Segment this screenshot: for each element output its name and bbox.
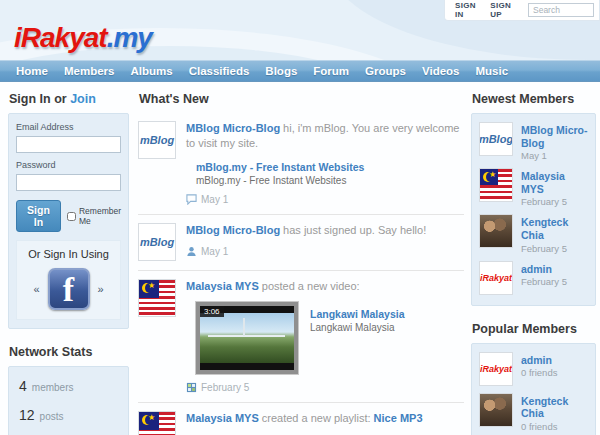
right-sidebar: Newest Members mBlog MBlog Micro-Blog Ma… <box>471 88 596 435</box>
social-icons-row: « f » <box>19 268 118 310</box>
avatar-photo[interactable] <box>479 214 513 248</box>
author-link[interactable]: Malaysia MYS <box>186 412 259 424</box>
nav-item-videos[interactable]: Videos <box>414 65 468 77</box>
nav-item-forum[interactable]: Forum <box>305 65 357 77</box>
avatar-malaysia-flag[interactable]: ★ <box>138 411 176 435</box>
avatar-mblog-text: mBlog <box>140 134 174 146</box>
remember-me[interactable]: Remember Me <box>67 206 121 226</box>
avatar-irakyat-text: iRakyat <box>480 364 512 374</box>
sign-up-link[interactable]: SIGN UP <box>490 1 518 19</box>
video-attachment: 3:06 Langkawi Malaysia Langkawi Malaysia <box>196 302 464 374</box>
stat-members: 4 members <box>19 378 121 394</box>
avatar-mblog[interactable]: mBlog <box>138 121 176 159</box>
sign-in-link[interactable]: SIGN IN <box>455 1 480 19</box>
signin-panel: Email Address Password Sign In Remember … <box>8 113 129 329</box>
search-input[interactable] <box>528 3 594 17</box>
member-name-link[interactable]: Malaysia MYS <box>521 170 588 195</box>
avatar-mblog[interactable]: mBlog <box>479 122 513 156</box>
nav-item-blogs[interactable]: Blogs <box>257 65 305 77</box>
avatar-mblog-text: mBlog <box>479 133 513 145</box>
next-arrow-icon[interactable]: » <box>98 283 104 295</box>
main-nav: Home Members Albums Classifieds Blogs Fo… <box>0 60 600 82</box>
stat-label: members <box>32 382 74 393</box>
member-sub: February 5 <box>521 196 588 207</box>
feed-entry-body: MBlog Micro-Bloghas just signed up. Say … <box>186 223 464 261</box>
video-duration-badge: 3:06 <box>200 306 224 317</box>
member-name-link[interactable]: admin <box>521 354 557 367</box>
avatar-malaysia-flag[interactable]: ★ <box>479 168 513 202</box>
shared-link-title[interactable]: mBlog.my - Free Instant Websites <box>196 161 464 173</box>
feed-entry: ★ Malaysia MYSposted a new video: 3:06 L… <box>138 271 464 403</box>
signin-panel-title: Sign In or Join <box>9 92 129 106</box>
feed-entry-line: MBlog Micro-Bloghi, i'm mBlog. You are v… <box>186 121 464 151</box>
newest-members-panel: mBlog MBlog Micro-Blog May 1 ★ Malaysia … <box>471 113 596 306</box>
member-meta: Malaysia MYS February 5 <box>521 168 588 207</box>
site-logo[interactable]: iRakyat.my <box>14 22 152 54</box>
person-icon <box>186 246 197 257</box>
avatar-malaysia-flag[interactable]: ★ <box>138 279 176 317</box>
feed-entry-body: Malaysia MYSposted a new video: 3:06 Lan… <box>186 279 464 393</box>
remember-me-label: Remember Me <box>79 206 121 226</box>
member-name-link[interactable]: MBlog Micro-Blog <box>521 124 588 149</box>
nav-item-home[interactable]: Home <box>8 65 56 77</box>
remember-me-checkbox[interactable] <box>67 212 76 221</box>
member-row: Kengteck Chia 0 friends <box>479 393 588 432</box>
entry-date: May 1 <box>201 246 228 257</box>
email-field[interactable] <box>16 136 121 153</box>
nav-item-music[interactable]: Music <box>467 65 516 77</box>
password-field[interactable] <box>16 174 121 191</box>
feed-entry-body: MBlog Micro-Bloghi, i'm mBlog. You are v… <box>186 121 464 205</box>
member-name-link[interactable]: admin <box>521 263 567 276</box>
film-icon <box>186 382 197 393</box>
playlist-link[interactable]: Nice MP3 <box>374 412 423 424</box>
avatar-mblog-text: mBlog <box>140 236 174 248</box>
nav-item-members[interactable]: Members <box>56 65 123 77</box>
popular-members-panel: iRakyat admin 0 friends Kengteck Chia 0 … <box>471 343 596 435</box>
feed-entry-body: Malaysia MYScreated a new playlist:Nice … <box>186 411 464 435</box>
popular-members-title: Popular Members <box>472 322 596 336</box>
feed-entry-line: Malaysia MYSposted a new video: <box>186 279 464 294</box>
feed-entry: ★ Malaysia MYScreated a new playlist:Nic… <box>138 403 464 435</box>
entry-text: posted a new video: <box>262 280 360 292</box>
video-thumbnail-image <box>200 313 294 363</box>
avatar-photo[interactable] <box>479 393 513 427</box>
member-name-link[interactable]: Kengteck Chia <box>521 395 588 420</box>
video-description: Langkawi Malaysia <box>310 322 405 333</box>
nav-item-classifieds[interactable]: Classifieds <box>181 65 258 77</box>
member-sub: February 5 <box>521 243 588 254</box>
comment-icon <box>186 194 197 205</box>
member-row: iRakyat admin February 5 <box>479 261 588 295</box>
member-sub: May 1 <box>521 150 588 161</box>
nav-item-groups[interactable]: Groups <box>357 65 414 77</box>
author-link[interactable]: MBlog Micro-Blog <box>186 224 280 236</box>
join-link[interactable]: Join <box>70 92 96 106</box>
member-row: mBlog MBlog Micro-Blog May 1 <box>479 122 588 161</box>
avatar-mblog[interactable]: mBlog <box>138 223 176 261</box>
network-stats-title: Network Stats <box>9 345 129 359</box>
stat-posts: 12 posts <box>19 407 121 423</box>
entry-text: has just signed up. Say hello! <box>283 224 426 236</box>
author-link[interactable]: Malaysia MYS <box>186 280 259 292</box>
avatar-irakyat[interactable]: iRakyat <box>479 352 513 386</box>
password-label: Password <box>16 160 121 170</box>
avatar-irakyat[interactable]: iRakyat <box>479 261 513 295</box>
entry-date-row: February 5 <box>186 382 464 393</box>
logo-suffix: .my <box>107 22 152 53</box>
prev-arrow-icon[interactable]: « <box>33 283 39 295</box>
sign-in-button[interactable]: Sign In <box>16 200 61 232</box>
video-thumbnail[interactable]: 3:06 <box>196 302 298 374</box>
social-signin-panel: Or Sign In Using « f » <box>16 240 121 320</box>
shared-link-attachment: mBlog.my - Free Instant Websites mBlog.m… <box>196 161 464 186</box>
video-title-link[interactable]: Langkawi Malaysia <box>310 308 405 320</box>
nav-item-albums[interactable]: Albums <box>122 65 180 77</box>
member-sub: February 5 <box>521 276 567 287</box>
whats-new-title: What's New <box>139 92 464 106</box>
network-stats-panel: 4 members 12 posts 1 comment 1 playlist … <box>8 366 129 435</box>
author-link[interactable]: MBlog Micro-Blog <box>186 122 280 134</box>
stat-count: 4 <box>19 378 27 394</box>
avatar-irakyat-text: iRakyat <box>480 273 512 283</box>
member-sub: 0 friends <box>521 367 557 378</box>
member-name-link[interactable]: Kengteck Chia <box>521 216 588 241</box>
facebook-icon[interactable]: f <box>48 268 90 310</box>
member-meta: admin 0 friends <box>521 352 557 386</box>
